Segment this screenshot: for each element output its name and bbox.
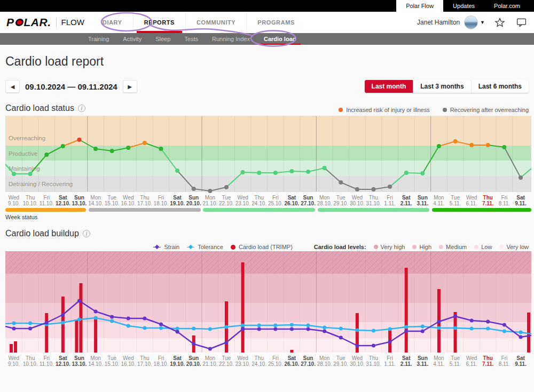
toptab-updates[interactable]: Updates <box>443 0 484 12</box>
chevron-down-icon[interactable]: ▼ <box>480 20 485 25</box>
nav-item-diary[interactable]: DIARY <box>92 12 133 33</box>
buildup-section-header: Cardio load buildupi <box>5 229 529 238</box>
svg-text:Sun: Sun <box>189 195 199 201</box>
next-period-button[interactable]: ▶ <box>123 80 137 93</box>
reports-subnav: TrainingActivitySleepTestsRunning IndexC… <box>0 33 534 45</box>
svg-text:Tue: Tue <box>222 355 231 361</box>
svg-text:5.11.: 5.11. <box>450 361 461 367</box>
svg-text:Wed: Wed <box>352 195 363 201</box>
subnav-item-training[interactable]: Training <box>81 33 116 45</box>
legend-circle-icon <box>231 245 235 250</box>
svg-text:Wed: Wed <box>466 195 477 201</box>
svg-text:Mon: Mon <box>434 355 444 361</box>
svg-text:4.11.: 4.11. <box>433 361 445 367</box>
svg-text:Tue: Tue <box>107 195 116 201</box>
svg-text:Overreaching: Overreaching <box>9 135 45 141</box>
range-button-last-6-months[interactable]: Last 6 months <box>471 80 529 93</box>
svg-text:Thu: Thu <box>483 355 493 361</box>
svg-text:24.10.: 24.10. <box>252 201 266 206</box>
svg-text:Sun: Sun <box>74 195 84 201</box>
svg-text:Fri: Fri <box>158 355 164 361</box>
svg-text:Sun: Sun <box>418 195 428 201</box>
user-name[interactable]: Janet Hamilton <box>417 19 460 26</box>
svg-text:Detraining / Recovering: Detraining / Recovering <box>9 181 73 187</box>
svg-text:9.10.: 9.10. <box>8 201 20 206</box>
status-zones <box>5 116 531 192</box>
svg-text:Thu: Thu <box>369 195 378 201</box>
level-dot-icon <box>474 245 478 249</box>
svg-text:19.10.: 19.10. <box>170 201 185 206</box>
svg-text:Wed: Wed <box>352 355 363 361</box>
svg-text:Thu: Thu <box>255 195 264 201</box>
svg-text:23.10.: 23.10. <box>235 201 250 206</box>
svg-text:Wed: Wed <box>9 355 19 361</box>
info-icon[interactable]: i <box>78 105 85 112</box>
svg-text:Mon: Mon <box>434 195 444 201</box>
nav-item-reports[interactable]: REPORTS <box>133 12 185 33</box>
svg-text:31.10.: 31.10. <box>366 201 381 206</box>
svg-text:Fri: Fri <box>158 195 164 201</box>
svg-text:1.11.: 1.11. <box>384 201 396 206</box>
svg-text:24.10.: 24.10. <box>252 361 266 367</box>
legend-diamond-icon <box>187 246 194 248</box>
svg-text:Sun: Sun <box>303 355 313 361</box>
svg-text:12.10.: 12.10. <box>56 361 70 367</box>
prev-period-button[interactable]: ◀ <box>5 80 20 93</box>
level-item-very-low: Very low <box>499 244 529 250</box>
subnav-item-cardio-load[interactable]: Cardio load <box>257 33 303 45</box>
favorites-button[interactable] <box>493 16 506 29</box>
nav-item-programs[interactable]: PROGRAMS <box>246 12 305 33</box>
svg-text:29.10.: 29.10. <box>333 201 348 206</box>
svg-text:Tue: Tue <box>336 355 345 361</box>
svg-text:Wed: Wed <box>123 195 134 201</box>
svg-text:13.10.: 13.10. <box>72 201 87 206</box>
cardio-load-status-chart: OverreachingProductiveMaintainingDetrain… <box>5 116 531 212</box>
logo-text-p: P <box>6 16 14 29</box>
user-area: Janet Hamilton ▼ <box>417 12 528 33</box>
svg-text:7.11.: 7.11. <box>482 201 494 206</box>
nav-item-community[interactable]: COMMUNITY <box>185 12 246 33</box>
level-label: Low <box>481 244 492 250</box>
feedback-button[interactable] <box>515 16 528 29</box>
toptab-polar-flow[interactable]: Polar Flow <box>396 0 443 12</box>
subnav-item-activity[interactable]: Activity <box>116 33 148 45</box>
avatar[interactable] <box>464 15 478 29</box>
date-navigation: ◀ 09.10.2024 — 09.11.2024 ▶ Last monthLa… <box>5 80 529 93</box>
svg-text:Sat: Sat <box>288 195 296 201</box>
svg-text:Fri: Fri <box>43 355 50 361</box>
date-range: 09.10.2024 — 09.11.2024 <box>25 82 117 91</box>
svg-text:Fri: Fri <box>501 195 508 201</box>
toptab-polar-com[interactable]: Polar.com <box>484 0 530 12</box>
svg-text:3.11.: 3.11. <box>417 201 428 206</box>
svg-text:Thu: Thu <box>26 355 35 361</box>
week-status-bars <box>5 208 531 212</box>
svg-text:7.11.: 7.11. <box>482 361 494 367</box>
svg-text:3.11.: 3.11. <box>417 361 428 367</box>
svg-text:Mon: Mon <box>319 195 329 201</box>
svg-text:Mon: Mon <box>90 355 100 361</box>
svg-text:Tue: Tue <box>451 195 460 201</box>
svg-text:Wed: Wed <box>237 355 248 361</box>
legend-item-tolerance: Tolerance <box>187 244 223 250</box>
svg-text:31.10.: 31.10. <box>366 361 381 367</box>
level-dot-icon <box>374 245 378 249</box>
legend-item-strain: Strain <box>153 244 179 250</box>
svg-text:Tue: Tue <box>107 355 116 361</box>
polar-logo[interactable]: PLAR. <box>6 12 51 33</box>
level-label: High <box>419 244 431 250</box>
level-item-very-high: Very high <box>374 244 405 250</box>
legend-dot-icon <box>443 108 447 112</box>
svg-text:21.10.: 21.10. <box>202 201 217 206</box>
info-icon[interactable]: i <box>83 230 90 237</box>
range-button-last-month[interactable]: Last month <box>365 80 413 93</box>
subnav-item-running-index[interactable]: Running Index <box>205 33 257 45</box>
svg-text:18.10.: 18.10. <box>154 361 169 367</box>
subnav-item-tests[interactable]: Tests <box>177 33 205 45</box>
level-label: Medium <box>446 244 467 250</box>
range-button-last-3-months[interactable]: Last 3 months <box>413 80 470 93</box>
svg-text:8.11.: 8.11. <box>499 201 511 206</box>
buildup-chart-wrap: Wed9.10.Thu10.10.Fri11.10.Sat12.10.Sun13… <box>5 251 529 367</box>
legend-label: Recovering after overreaching <box>450 107 529 113</box>
subnav-item-sleep[interactable]: Sleep <box>148 33 177 45</box>
svg-text:20.10.: 20.10. <box>186 361 201 367</box>
